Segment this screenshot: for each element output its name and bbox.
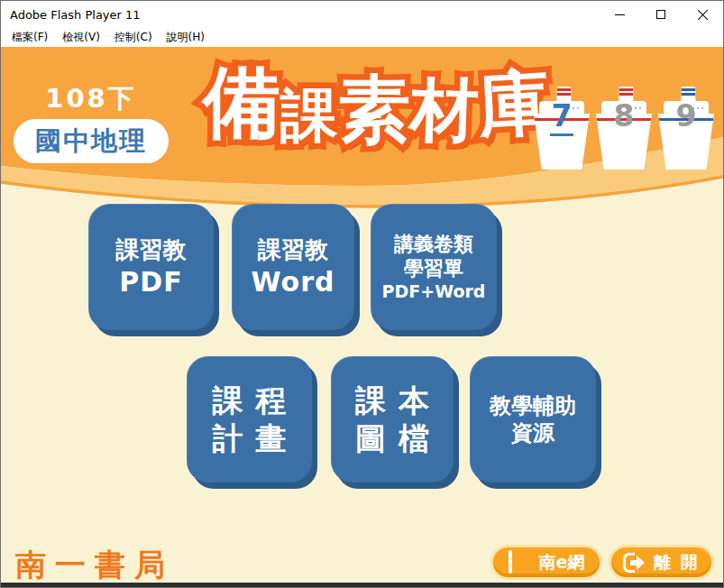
button-line: 學習單 (404, 256, 463, 281)
grade-number: 9 (658, 101, 714, 131)
button-course-plan[interactable]: 課程 計畫 (187, 356, 312, 482)
button-line: 資源 (511, 419, 554, 446)
button-line: PDF+Word (382, 281, 486, 303)
window-title: Adobe Flash Player 11 (1, 8, 599, 22)
minimize-icon (615, 14, 625, 15)
button-line: 計畫 (213, 419, 299, 458)
maximize-button[interactable] (640, 1, 682, 28)
menu-help[interactable]: 說明(H) (160, 28, 212, 47)
button-handout-sheets[interactable]: 講義卷類 學習單 PDF+Word (371, 204, 497, 330)
button-kexijiao-word[interactable]: 課習教 Word (232, 204, 354, 330)
title-bar: Adobe Flash Player 11 (1, 1, 723, 28)
exit-icon (623, 552, 646, 574)
maximize-icon (656, 10, 665, 19)
publisher-logo: 南一書局 (15, 545, 174, 586)
button-line: 課習教 (116, 235, 187, 265)
minimize-button[interactable] (599, 1, 640, 28)
button-line: 課程 (213, 381, 299, 420)
button-line: 課習教 (258, 235, 328, 265)
close-button[interactable] (682, 1, 723, 28)
grade-number: 8 (596, 101, 652, 131)
button-kexijiao-pdf[interactable]: 課習教 PDF (88, 204, 214, 330)
flash-stage: 108下 國中地理 備課素材庫 備課素材庫 7 8 (1, 47, 723, 587)
page-title: 備課素材庫 備課素材庫 (203, 63, 545, 198)
close-icon (697, 9, 709, 21)
exit-button[interactable]: 離 開 (609, 545, 714, 580)
nan-e-web-label: 南e網 (539, 551, 585, 574)
grade-number: 7 (534, 101, 590, 136)
window-controls (599, 1, 723, 28)
monitor-icon (509, 552, 532, 574)
grade-tab-7[interactable]: 7 (534, 87, 590, 170)
grade-tab-9[interactable]: 9 (658, 87, 714, 170)
window: Adobe Flash Player 11 檔案(F) 檢視(V) 控制(C) … (0, 0, 724, 588)
button-line: 教學輔助 (490, 392, 576, 419)
button-line: 圖檔 (355, 419, 442, 458)
button-line: Word (252, 265, 335, 299)
menu-file[interactable]: 檔案(F) (5, 28, 55, 47)
semester-label: 108下 (14, 81, 169, 117)
button-textbook-images[interactable]: 課本 圖檔 (331, 356, 454, 482)
page-title-text: 備課素材庫 (203, 63, 549, 141)
nan-e-web-button[interactable]: 南e網 (490, 545, 602, 580)
button-line: PDF (119, 265, 182, 299)
button-line: 講義卷類 (394, 232, 473, 257)
exit-label: 離 開 (654, 551, 700, 574)
button-line: 課本 (355, 381, 442, 420)
menu-view[interactable]: 檢視(V) (55, 28, 107, 47)
grade-tabs: 7 8 9 (534, 87, 714, 170)
menu-bar: 檔案(F) 檢視(V) 控制(C) 說明(H) (1, 28, 723, 47)
subject-badge: 國中地理 (14, 119, 169, 163)
button-teaching-aids[interactable]: 教學輔助 資源 (470, 356, 596, 482)
grade-tab-8[interactable]: 8 (596, 87, 652, 170)
menu-control[interactable]: 控制(C) (107, 28, 160, 47)
stage-bottom-strip (1, 583, 723, 587)
